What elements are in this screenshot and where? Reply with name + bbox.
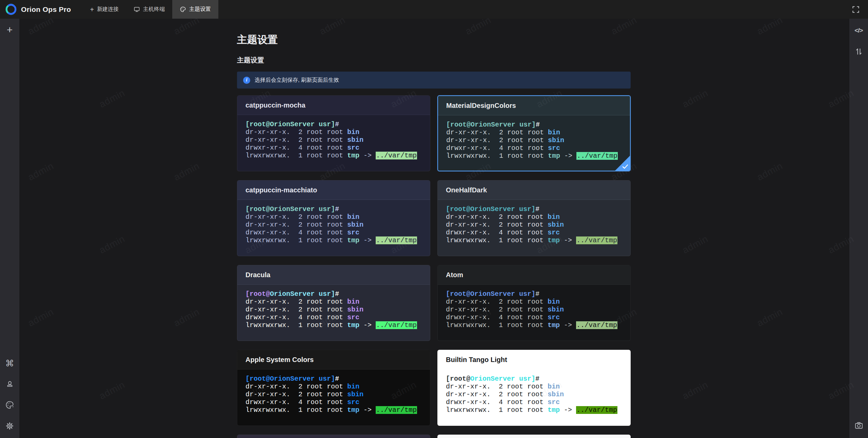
theme-card-title: OneHalfDark xyxy=(438,180,630,200)
symlink-target: ../var/tmp xyxy=(576,321,617,329)
symlink-target: ../var/tmp xyxy=(576,236,617,244)
theme-terminal-preview: [root@OrionServer usr]#dr-xr-xr-x. 2 roo… xyxy=(438,200,630,244)
theme-card-materialdesigncolors[interactable]: MaterialDesignColors [root@OrionServer u… xyxy=(437,95,631,171)
theme-card-title: Dracula xyxy=(237,265,430,285)
check-icon xyxy=(622,164,628,169)
theme-terminal-preview: [root@OrionServer usr]#dr-xr-xr-x. 2 roo… xyxy=(438,369,630,414)
terminal-line: dr-xr-xr-x. 2 root root bin xyxy=(245,383,422,391)
terminal-line: dr-xr-xr-x. 2 root root bin xyxy=(245,213,422,221)
theme-terminal-preview: [root@OrionServer usr]#dr-xr-xr-x. 2 roo… xyxy=(237,200,430,244)
camera-icon[interactable] xyxy=(852,419,866,432)
app-logo-icon xyxy=(5,3,17,16)
tab-bar: + 新建连接 主机终端 主题设置 xyxy=(82,0,218,19)
theme-card-atom[interactable]: Atom [root@OrionServer usr]#dr-xr-xr-x. … xyxy=(437,265,631,341)
terminal-line: lrwxrwxrwx. 1 root root tmp -> ../var/tm… xyxy=(446,236,622,244)
terminal-line: drwxr-xr-x. 4 root root src xyxy=(245,144,422,152)
theme-card-title: MaterialDesignColors xyxy=(438,96,630,115)
code-icon[interactable]: </> xyxy=(852,19,865,36)
theme-card-catppuccin-macchiato[interactable]: catppuccin-macchiato [root@OrionServer u… xyxy=(237,180,430,256)
terminal-line: lrwxrwxrwx. 1 root root tmp -> ../var/tm… xyxy=(446,406,622,414)
left-rail: + ⌘ xyxy=(0,19,19,438)
terminal-line: lrwxrwxrwx. 1 root root tmp -> ../var/tm… xyxy=(245,152,422,159)
terminal-line: dr-xr-xr-x. 2 root root bin xyxy=(446,129,622,136)
plus-icon: + xyxy=(90,6,94,13)
monitor-icon xyxy=(134,6,140,13)
terminal-line: [root@OrionServer usr]# xyxy=(245,205,422,213)
plus-icon[interactable]: + xyxy=(5,23,15,37)
info-banner: i 选择后会立刻保存, 刷新页面后生效 xyxy=(237,72,631,89)
app-title: Orion Ops Pro xyxy=(21,5,71,14)
terminal-line: dr-xr-xr-x. 2 root root bin xyxy=(446,298,622,306)
symlink-target: ../var/tmp xyxy=(376,152,417,159)
theme-terminal-preview: [root@OrionServer usr]#dr-xr-xr-x. 2 roo… xyxy=(237,285,430,329)
palette-icon[interactable] xyxy=(3,398,16,412)
sort-icon[interactable] xyxy=(853,45,865,58)
theme-terminal-preview: [root@OrionServer usr]#dr-xr-xr-x. 2 roo… xyxy=(438,115,630,160)
page-title: 主题设置 xyxy=(237,33,631,47)
theme-terminal-preview: [root@OrionServer usr]#dr-xr-xr-x. 2 roo… xyxy=(237,369,430,414)
tab-label: 主题设置 xyxy=(189,6,211,13)
theme-terminal-preview: [root@OrionServer usr]#dr-xr-xr-x. 2 roo… xyxy=(237,115,430,159)
brand: Orion Ops Pro xyxy=(0,0,71,19)
terminal-line: dr-xr-xr-x. 2 root root sbin xyxy=(446,221,622,229)
theme-card-onehalfdark[interactable]: OneHalfDark [root@OrionServer usr]#dr-xr… xyxy=(437,180,631,256)
theme-card-title: BlulocoLight xyxy=(438,435,630,438)
symlink-target: ../var/tmp xyxy=(576,152,618,160)
terminal-line: [root@OrionServer usr]# xyxy=(446,121,622,129)
symlink-target: ../var/tmp xyxy=(576,406,617,414)
tab-label: 新建连接 xyxy=(97,6,119,13)
theme-card-title: Apple System Colors xyxy=(237,350,430,369)
tab-host-terminal[interactable]: 主机终端 xyxy=(126,0,172,19)
theme-card-title: catppuccin-macchiato xyxy=(237,180,430,200)
theme-grid: catppuccin-mocha [root@OrionServer usr]#… xyxy=(237,95,631,438)
terminal-line: [root@OrionServer usr]# xyxy=(446,375,622,383)
section-title: 主题设置 xyxy=(237,56,631,65)
topbar: Orion Ops Pro + 新建连接 主机终端 xyxy=(0,0,868,19)
terminal-line: dr-xr-xr-x. 2 root root sbin xyxy=(245,306,422,313)
fullscreen-icon[interactable] xyxy=(850,3,862,16)
terminal-line: drwxr-xr-x. 4 root root src xyxy=(245,398,422,406)
right-rail: </> xyxy=(849,19,868,438)
terminal-line: drwxr-xr-x. 4 root root src xyxy=(446,229,622,236)
terminal-line: [root@OrionServer usr]# xyxy=(245,120,422,128)
terminal-line: dr-xr-xr-x. 2 root root sbin xyxy=(446,391,622,398)
terminal-line: dr-xr-xr-x. 2 root root bin xyxy=(245,298,422,306)
theme-card-duotone-dark[interactable]: Duotone Dark [root@OrionServer usr]#dr-x… xyxy=(237,435,430,438)
terminal-line: drwxr-xr-x. 4 root root src xyxy=(446,313,622,321)
tab-new-connection[interactable]: + 新建连接 xyxy=(82,0,126,19)
terminal-line: dr-xr-xr-x. 2 root root bin xyxy=(446,383,622,391)
theme-card-title: Duotone Dark xyxy=(237,435,430,438)
gear-icon[interactable] xyxy=(3,419,16,433)
terminal-line: dr-xr-xr-x. 2 root root sbin xyxy=(245,136,422,144)
theme-card-builtin-tango-light[interactable]: Builtin Tango Light [root@OrionServer us… xyxy=(437,350,631,426)
theme-card-title: Atom xyxy=(438,265,630,285)
symlink-target: ../var/tmp xyxy=(376,321,417,329)
theme-card-dracula[interactable]: Dracula [root@OrionServer usr]#dr-xr-xr-… xyxy=(237,265,430,341)
stamp-icon[interactable] xyxy=(3,378,16,391)
terminal-line: dr-xr-xr-x. 2 root root sbin xyxy=(245,221,422,229)
terminal-line: dr-xr-xr-x. 2 root root sbin xyxy=(446,306,622,313)
theme-card-title: Builtin Tango Light xyxy=(438,350,630,369)
terminal-line: lrwxrwxrwx. 1 root root tmp -> ../var/tm… xyxy=(245,406,422,414)
theme-card-catppuccin-mocha[interactable]: catppuccin-mocha [root@OrionServer usr]#… xyxy=(237,95,430,171)
terminal-line: lrwxrwxrwx. 1 root root tmp -> ../var/tm… xyxy=(446,321,622,329)
tab-theme-settings[interactable]: 主题设置 xyxy=(172,0,218,19)
terminal-line: lrwxrwxrwx. 1 root root tmp -> ../var/tm… xyxy=(446,152,622,160)
terminal-line: [root@OrionServer usr]# xyxy=(446,205,622,213)
terminal-line: lrwxrwxrwx. 1 root root tmp -> ../var/tm… xyxy=(245,321,422,329)
command-icon[interactable]: ⌘ xyxy=(3,357,16,370)
terminal-line: drwxr-xr-x. 4 root root src xyxy=(446,398,622,406)
terminal-line: drwxr-xr-x. 4 root root src xyxy=(446,144,622,152)
symlink-target: ../var/tmp xyxy=(376,406,417,414)
symlink-target: ../var/tmp xyxy=(376,236,417,244)
terminal-line: dr-xr-xr-x. 2 root root sbin xyxy=(446,136,622,144)
terminal-line: lrwxrwxrwx. 1 root root tmp -> ../var/tm… xyxy=(245,236,422,244)
terminal-line: drwxr-xr-x. 4 root root src xyxy=(245,229,422,236)
palette-icon xyxy=(180,6,186,13)
theme-card-apple-system-colors[interactable]: Apple System Colors [root@OrionServer us… xyxy=(237,350,430,426)
terminal-line: [root@OrionServer usr]# xyxy=(245,375,422,383)
terminal-line: drwxr-xr-x. 4 root root src xyxy=(245,313,422,321)
theme-card-blulocolight[interactable]: BlulocoLight [root@OrionServer usr]#dr-x… xyxy=(437,435,631,438)
info-banner-text: 选择后会立刻保存, 刷新页面后生效 xyxy=(255,77,339,84)
tab-label: 主机终端 xyxy=(143,6,165,13)
